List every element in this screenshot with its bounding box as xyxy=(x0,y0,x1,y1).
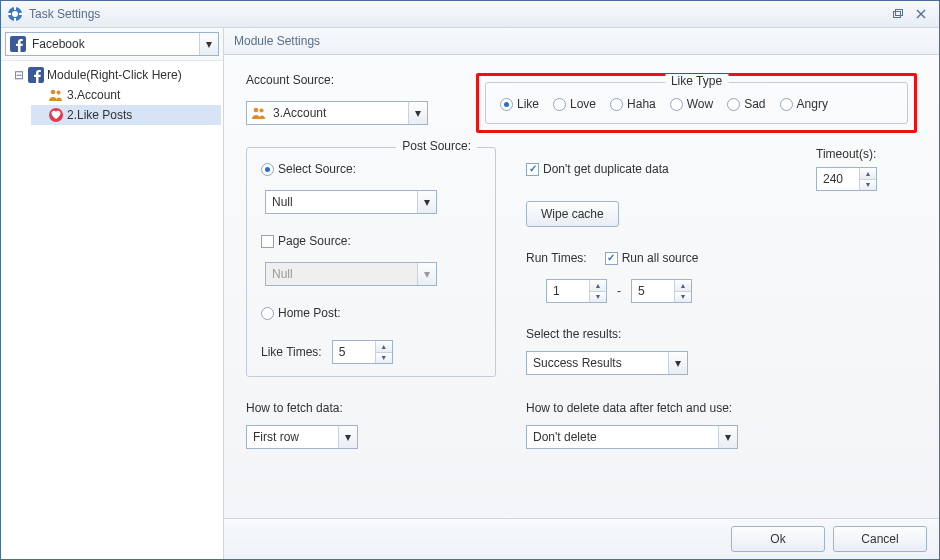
wipe-cache-button[interactable]: Wipe cache xyxy=(526,201,619,227)
radio-icon xyxy=(610,98,623,111)
like-times-label: Like Times: xyxy=(261,345,322,359)
like-type-legend: Like Type xyxy=(665,74,728,88)
page-source-checkbox[interactable]: Page Source: xyxy=(261,234,481,248)
svg-point-13 xyxy=(254,108,259,113)
checkbox-icon xyxy=(261,235,274,248)
chevron-down-icon[interactable]: ▾ xyxy=(408,102,427,124)
radio-icon xyxy=(670,98,683,111)
like-type-option-angry[interactable]: Angry xyxy=(780,97,828,111)
page-source-dropdown: Null ▾ xyxy=(265,262,437,286)
chevron-down-icon[interactable]: ▾ xyxy=(718,426,737,448)
svg-point-10 xyxy=(51,90,56,95)
like-type-fieldset: Like Type Like Love Haha Wow Sad Angry xyxy=(485,82,908,124)
account-source-select[interactable]: 3.Account ▾ xyxy=(246,101,428,125)
cancel-button[interactable]: Cancel xyxy=(833,526,927,552)
task-settings-window: Task Settings Facebook ▾ ⊟ xyxy=(0,0,940,560)
spinner-down-icon[interactable]: ▼ xyxy=(376,353,392,364)
chevron-down-icon: ▾ xyxy=(417,263,436,285)
ok-button[interactable]: Ok xyxy=(731,526,825,552)
radio-icon xyxy=(553,98,566,111)
radio-icon xyxy=(780,98,793,111)
chevron-down-icon[interactable]: ▾ xyxy=(417,191,436,213)
app-icon xyxy=(7,6,23,22)
checkbox-icon xyxy=(526,163,539,176)
fetch-label: How to fetch data: xyxy=(246,401,496,415)
window-title: Task Settings xyxy=(29,7,885,21)
account-source-value: 3.Account xyxy=(267,106,408,120)
main-header: Module Settings xyxy=(224,28,939,55)
spinner-down-icon[interactable]: ▼ xyxy=(675,292,691,303)
svg-rect-5 xyxy=(19,13,22,15)
tree-item-label: 3.Account xyxy=(67,88,120,102)
like-type-option-haha[interactable]: Haha xyxy=(610,97,656,111)
run-times-label: Run Times: xyxy=(526,251,587,265)
platform-select[interactable]: Facebook ▾ xyxy=(5,32,219,56)
timeout-spinner[interactable]: 240 ▲▼ xyxy=(816,167,877,191)
like-type-highlight: Like Type Like Love Haha Wow Sad Angry xyxy=(476,73,917,133)
like-times-spinner[interactable]: 5 ▲▼ xyxy=(332,340,393,364)
platform-select-label: Facebook xyxy=(30,37,199,51)
dialog-footer: Ok Cancel xyxy=(224,518,939,559)
spinner-up-icon[interactable]: ▲ xyxy=(860,168,876,180)
module-tree: ⊟ Module(Right-Click Here) 3.Account xyxy=(1,60,223,559)
spinner-down-icon[interactable]: ▼ xyxy=(860,180,876,191)
run-to-spinner[interactable]: 5 ▲▼ xyxy=(631,279,692,303)
window-close-button[interactable] xyxy=(909,5,933,23)
chevron-down-icon[interactable]: ▾ xyxy=(668,352,687,374)
facebook-icon xyxy=(10,36,26,52)
svg-rect-3 xyxy=(14,18,16,21)
radio-icon xyxy=(261,307,274,320)
radio-icon xyxy=(500,98,513,111)
like-type-option-love[interactable]: Love xyxy=(553,97,596,111)
svg-point-14 xyxy=(260,109,264,113)
like-type-option-like[interactable]: Like xyxy=(500,97,539,111)
select-results-dropdown[interactable]: Success Results ▾ xyxy=(526,351,688,375)
radio-icon xyxy=(261,163,274,176)
chevron-down-icon[interactable]: ▾ xyxy=(338,426,357,448)
run-all-source-checkbox[interactable]: Run all source xyxy=(605,251,699,265)
radio-icon xyxy=(727,98,740,111)
checkbox-icon xyxy=(605,252,618,265)
tree-item-label: 2.Like Posts xyxy=(67,108,132,122)
tree-root[interactable]: ⊟ Module(Right-Click Here) xyxy=(11,65,221,85)
post-source-legend: Post Source: xyxy=(396,139,477,153)
main-panel: Module Settings Account Source: 3.Accoun… xyxy=(224,28,939,559)
users-icon xyxy=(48,87,64,103)
like-type-option-wow[interactable]: Wow xyxy=(670,97,713,111)
select-results-label: Select the results: xyxy=(526,327,917,341)
svg-rect-7 xyxy=(895,9,902,15)
tree-collapse-icon[interactable]: ⊟ xyxy=(13,68,25,82)
delete-dropdown[interactable]: Don't delete ▾ xyxy=(526,425,738,449)
like-type-option-sad[interactable]: Sad xyxy=(727,97,765,111)
svg-rect-4 xyxy=(8,13,11,15)
sidebar: Facebook ▾ ⊟ Module(Right-Click Here) xyxy=(1,28,224,559)
spinner-down-icon[interactable]: ▼ xyxy=(590,292,606,303)
spinner-up-icon[interactable]: ▲ xyxy=(590,280,606,292)
tree-item-like-posts[interactable]: 2.Like Posts xyxy=(31,105,221,125)
users-icon xyxy=(251,105,267,121)
range-separator: - xyxy=(617,284,621,298)
spinner-up-icon[interactable]: ▲ xyxy=(675,280,691,292)
titlebar: Task Settings xyxy=(1,1,939,28)
timeout-label: Timeout(s): xyxy=(816,147,877,161)
facebook-icon xyxy=(28,67,44,83)
chevron-down-icon[interactable]: ▾ xyxy=(199,33,218,55)
delete-label: How to delete data after fetch and use: xyxy=(526,401,917,415)
run-from-spinner[interactable]: 1 ▲▼ xyxy=(546,279,607,303)
heart-icon xyxy=(48,107,64,123)
fetch-dropdown[interactable]: First row ▾ xyxy=(246,425,358,449)
window-restore-button[interactable] xyxy=(885,5,909,23)
account-source-label: Account Source: xyxy=(246,73,446,87)
svg-rect-6 xyxy=(893,11,900,17)
duplicate-data-checkbox[interactable]: Don't get duplicate data xyxy=(526,162,669,176)
tree-item-account[interactable]: 3.Account xyxy=(31,85,221,105)
svg-point-11 xyxy=(57,91,61,95)
post-source-fieldset: Post Source: Select Source: Null ▾ Page … xyxy=(246,147,496,377)
tree-root-label: Module(Right-Click Here) xyxy=(47,68,182,82)
select-source-dropdown[interactable]: Null ▾ xyxy=(265,190,437,214)
svg-point-1 xyxy=(12,11,18,17)
home-post-radio[interactable]: Home Post: xyxy=(261,306,481,320)
svg-rect-2 xyxy=(14,7,16,10)
spinner-up-icon[interactable]: ▲ xyxy=(376,341,392,353)
select-source-radio[interactable]: Select Source: xyxy=(261,162,481,176)
